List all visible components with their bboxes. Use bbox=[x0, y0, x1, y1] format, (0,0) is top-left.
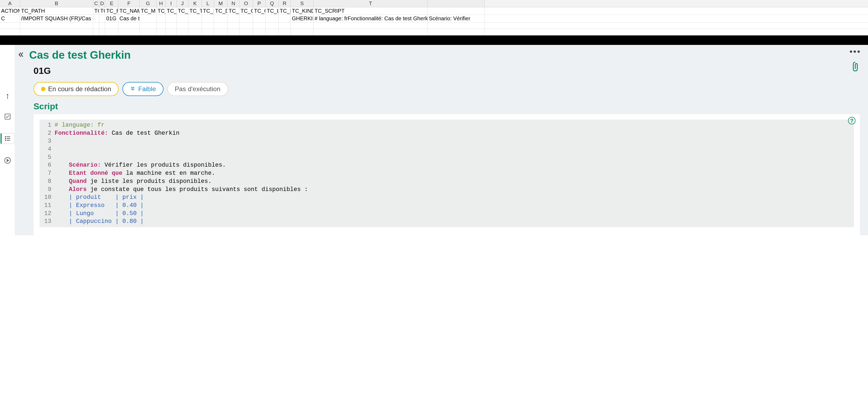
help-icon[interactable]: ? bbox=[848, 117, 856, 124]
cell[interactable] bbox=[156, 15, 166, 22]
cell[interactable]: Cas de test Gherkin bbox=[118, 15, 140, 22]
more-menu-icon[interactable]: ••• bbox=[849, 47, 861, 57]
col-header[interactable]: G bbox=[140, 0, 156, 7]
col-header[interactable]: R bbox=[279, 0, 291, 7]
col-header[interactable]: O bbox=[240, 0, 253, 7]
check-icon[interactable] bbox=[4, 113, 11, 120]
list-icon[interactable] bbox=[1, 133, 14, 144]
cell[interactable] bbox=[118, 29, 140, 35]
cell[interactable]: TC_CR bbox=[253, 7, 266, 15]
attachment-icon[interactable] bbox=[851, 61, 859, 73]
cell[interactable] bbox=[279, 29, 291, 35]
info-icon[interactable] bbox=[4, 93, 11, 100]
col-header[interactable]: D bbox=[99, 0, 105, 7]
cell[interactable] bbox=[240, 29, 253, 35]
collapse-icon[interactable] bbox=[17, 51, 24, 59]
cell[interactable] bbox=[214, 29, 227, 35]
cell[interactable] bbox=[227, 15, 240, 22]
cell[interactable]: TC_ bbox=[93, 7, 99, 15]
cell[interactable]: TC_PR bbox=[227, 7, 240, 15]
cell[interactable]: TC_M bbox=[140, 7, 156, 15]
cell[interactable] bbox=[266, 23, 279, 29]
cell[interactable] bbox=[166, 23, 177, 29]
col-header[interactable]: I bbox=[166, 0, 177, 7]
cell[interactable] bbox=[156, 23, 166, 29]
col-header[interactable]: S bbox=[291, 0, 313, 7]
cell[interactable] bbox=[188, 23, 202, 29]
cell[interactable] bbox=[105, 29, 118, 35]
cell[interactable] bbox=[99, 15, 105, 22]
cell[interactable] bbox=[202, 23, 214, 29]
cell[interactable] bbox=[253, 29, 266, 35]
cell[interactable] bbox=[140, 23, 156, 29]
col-header[interactable]: N bbox=[227, 0, 240, 7]
col-header[interactable]: C bbox=[93, 0, 99, 7]
col-header[interactable]: L bbox=[202, 0, 214, 7]
col-header[interactable]: A bbox=[0, 0, 20, 7]
cell[interactable] bbox=[291, 23, 313, 29]
col-header[interactable]: K bbox=[188, 0, 202, 7]
cell[interactable] bbox=[0, 29, 20, 35]
col-header[interactable]: J bbox=[177, 0, 188, 7]
cell[interactable]: TC_NA bbox=[177, 7, 188, 15]
cell[interactable] bbox=[140, 15, 156, 22]
col-header[interactable]: Q bbox=[266, 0, 279, 7]
cell[interactable]: ACTION bbox=[0, 7, 20, 15]
col-header[interactable]: E bbox=[105, 0, 118, 7]
cell[interactable]: C bbox=[0, 15, 20, 22]
cell[interactable] bbox=[428, 29, 485, 35]
cell[interactable] bbox=[93, 23, 99, 29]
cell[interactable] bbox=[20, 29, 93, 35]
cell[interactable]: TC_KIND bbox=[291, 7, 313, 15]
cell[interactable] bbox=[177, 15, 188, 22]
cell[interactable] bbox=[240, 15, 253, 22]
cell[interactable] bbox=[202, 15, 214, 22]
cell[interactable] bbox=[118, 23, 140, 29]
cell[interactable] bbox=[188, 15, 202, 22]
cell[interactable]: TC_REF bbox=[105, 7, 118, 15]
cell[interactable] bbox=[214, 23, 227, 29]
cell[interactable] bbox=[240, 23, 253, 29]
col-header[interactable]: F bbox=[118, 0, 140, 7]
cell[interactable] bbox=[313, 29, 428, 35]
cell[interactable] bbox=[140, 29, 156, 35]
priority-badge[interactable]: Faible bbox=[122, 82, 163, 96]
cell[interactable] bbox=[279, 23, 291, 29]
status-badge[interactable]: En cours de rédaction bbox=[33, 82, 119, 96]
cell[interactable]: TC_DE bbox=[214, 7, 227, 15]
cell[interactable]: TC_PATH bbox=[20, 7, 93, 15]
cell[interactable] bbox=[99, 23, 105, 29]
cell[interactable]: TC_TYP bbox=[188, 7, 202, 15]
play-icon[interactable] bbox=[4, 157, 11, 164]
code-body[interactable]: # language: fr Fonctionnalité: Cas de te… bbox=[55, 121, 854, 226]
execution-badge[interactable]: Pas d'exécution bbox=[167, 82, 228, 96]
cell[interactable] bbox=[0, 23, 20, 29]
cell[interactable]: TC_SCRIPT bbox=[313, 7, 428, 15]
code-block[interactable]: 1 2 3 4 5 6 7 8 9 10 11 12 13 # language… bbox=[39, 119, 854, 227]
cell[interactable]: # language: frFonctionnalité: Cas de tes… bbox=[313, 15, 428, 22]
col-header[interactable] bbox=[428, 0, 485, 7]
cell[interactable] bbox=[99, 29, 105, 35]
cell[interactable] bbox=[105, 23, 118, 29]
cell[interactable]: TC_WE bbox=[156, 7, 166, 15]
cell[interactable]: TC_WE bbox=[166, 7, 177, 15]
cell[interactable] bbox=[202, 29, 214, 35]
cell[interactable] bbox=[428, 23, 485, 29]
cell[interactable] bbox=[291, 29, 313, 35]
col-header[interactable]: B bbox=[20, 0, 93, 7]
cell[interactable] bbox=[177, 29, 188, 35]
cell[interactable] bbox=[279, 15, 291, 22]
cell[interactable] bbox=[20, 23, 93, 29]
cell[interactable]: TC_NAME bbox=[118, 7, 140, 15]
cell[interactable] bbox=[188, 29, 202, 35]
col-header[interactable]: H bbox=[156, 0, 166, 7]
cell[interactable] bbox=[93, 29, 99, 35]
cell[interactable] bbox=[177, 23, 188, 29]
cell[interactable]: GHERKIN bbox=[291, 15, 313, 22]
cell[interactable] bbox=[266, 15, 279, 22]
cell[interactable] bbox=[428, 7, 485, 15]
cell[interactable]: /IMPORT SQUASH (FR)/Cas de test Gherkin bbox=[20, 15, 93, 22]
cell[interactable] bbox=[227, 23, 240, 29]
cell[interactable] bbox=[93, 15, 99, 22]
cell[interactable] bbox=[227, 29, 240, 35]
